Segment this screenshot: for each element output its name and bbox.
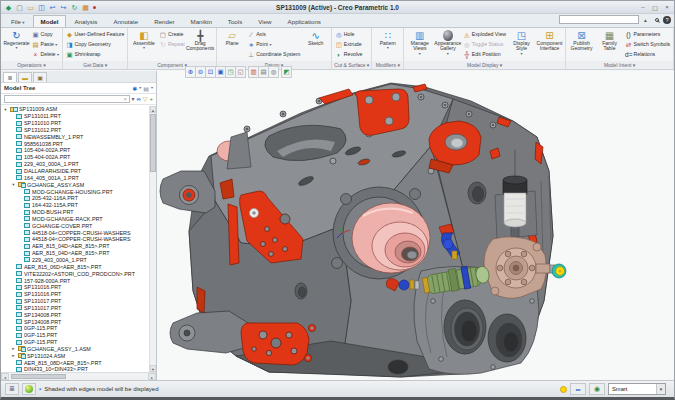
ribbon-family-table-button[interactable]: ▦Family Table xyxy=(596,29,623,52)
ribbon-group-label-operations[interactable]: Operations ▾ xyxy=(1,61,62,69)
tree-item-vite32202-astori-cod-prodcon-prt[interactable]: VITE32202<ASTORI_COD_PRODCON>.PRT xyxy=(1,270,156,277)
ribbon-copy-geometry-button[interactable]: ◨Copy Geometry xyxy=(65,39,125,49)
tree-item-164-405-001a-1-prt[interactable]: 164_405_001A_1.PRT xyxy=(1,174,156,181)
ribbon-repeat-button[interactable]: ↻Repeat xyxy=(158,39,185,49)
find-in-model-button[interactable]: ∞ xyxy=(570,383,586,395)
tree-item-164-432-115a-prt[interactable]: 164-432-115A.PRT xyxy=(1,202,156,209)
ribbon-pattern-button[interactable]: ∷Pattern▾ xyxy=(374,29,401,51)
ribbon-manage-views-button[interactable]: ▥Manage Views▾ xyxy=(406,29,433,56)
favorites-tab[interactable]: ▣ xyxy=(33,72,47,82)
tab-tools[interactable]: Tools xyxy=(220,15,250,27)
tree-horizontal-scrollbar[interactable]: ◂ ▸ xyxy=(1,372,156,380)
tree-item-105-404-002a-prt[interactable]: 105-404-002A.PRT xyxy=(1,154,156,161)
ribbon-group-label-model-display[interactable]: Model Display ▾ xyxy=(404,61,565,69)
scroll-up-icon[interactable]: ▲ xyxy=(150,106,156,113)
ribbon-create-button[interactable]: ▢Create xyxy=(158,29,185,39)
ribbon-point-button[interactable]: ∗Point▾ xyxy=(247,39,302,49)
filter-dropdown-icon[interactable]: ▾ xyxy=(132,95,135,103)
ribbon-plane-button[interactable]: ▱Plane xyxy=(219,29,246,46)
ribbon-user-defined-feature-button[interactable]: ◆User-Defined Feature xyxy=(65,29,125,39)
tree-expander-icon[interactable]: ▾ xyxy=(11,182,16,187)
add-filter-icon[interactable]: + xyxy=(149,95,153,103)
new-icon[interactable]: ▢ xyxy=(15,4,24,11)
tree-item-mod-gchange-rack-prt[interactable]: MOD-GCHANGE-RACK.PRT xyxy=(1,216,156,223)
chevron-down-icon[interactable]: ▾ xyxy=(139,85,141,92)
datum-display-toggle-button[interactable] xyxy=(22,383,36,395)
tab-annotate[interactable]: Annotate xyxy=(105,15,146,27)
ribbon-extrude-button[interactable]: ◫Extrude xyxy=(334,39,363,49)
scroll-down-icon[interactable]: ▼ xyxy=(150,365,156,372)
tree-item-gchange-assy-1-asm[interactable]: ▸GCHANGE_ASSY_1.ASM xyxy=(1,346,156,353)
perspective-view-button[interactable]: ◩ xyxy=(281,66,292,78)
tree-expander-icon[interactable]: ▸ xyxy=(11,346,16,351)
chevron-down-icon[interactable]: ▾ xyxy=(151,85,153,92)
tree-item-sp131010-prt[interactable]: SP131010.PRT xyxy=(1,120,156,127)
tab-view[interactable]: View xyxy=(250,15,279,27)
save-icon[interactable]: ◫ xyxy=(37,4,46,11)
filter-icon[interactable]: ▽ xyxy=(143,95,148,103)
tree-item-sp131011-prt[interactable]: SP131011.PRT xyxy=(1,113,156,120)
tab-render[interactable]: Render xyxy=(146,15,182,27)
ribbon-shrinkwrap-button[interactable]: ▣Shrinkwrap xyxy=(65,49,125,59)
ribbon-sketch-button[interactable]: ∿Sketch xyxy=(302,29,329,46)
tab-file[interactable]: File ▾ xyxy=(3,15,33,27)
tree-item-sp131012-prt[interactable]: SP131012.PRT xyxy=(1,127,156,134)
ribbon-group-label-model-intent[interactable]: Model Intent ▾ xyxy=(566,61,673,69)
tree-item-205-432-116a-prt[interactable]: 205-432-116A.PRT xyxy=(1,195,156,202)
ribbon-parameters-button[interactable]: ()Parameters xyxy=(624,29,671,39)
tree-item-gchange-cover-prt[interactable]: GCHANGE-COVER.PRT xyxy=(1,222,156,229)
tree-item-sp131016-prt[interactable]: SP131016.PRT xyxy=(1,284,156,291)
command-search-input[interactable] xyxy=(559,15,639,24)
open-icon[interactable]: ▭ xyxy=(26,4,35,11)
tree-item-157-928-000a-prt[interactable]: 157-928-000A.PRT xyxy=(1,277,156,284)
model-tree-toggle-button[interactable]: ≣ xyxy=(5,383,19,395)
help-button[interactable]: ? xyxy=(663,16,671,24)
folder-browser-tab[interactable]: ▬ xyxy=(18,72,32,82)
model-tree-tab[interactable]: ≣ xyxy=(3,72,17,82)
tree-expander-icon[interactable]: ▾ xyxy=(3,107,8,112)
ribbon-component-interface-button[interactable]: ⊞Component Interface xyxy=(536,29,563,52)
tree-item-newassembly-1-prt[interactable]: NEWASSEMBLY_1.PRT xyxy=(1,133,156,140)
tree-vertical-scrollbar[interactable]: ▲ ▼ xyxy=(149,106,156,372)
app-icon[interactable]: ◆ xyxy=(4,4,13,11)
tree-item-229-403-000a-1-prt[interactable]: 229_403_000A_1.PRT xyxy=(1,257,156,264)
ribbon-exploded-view-button[interactable]: ◬Exploded View xyxy=(462,29,507,39)
regenerate-icon[interactable]: ↻ xyxy=(70,4,79,11)
tree-filter-input[interactable]: × xyxy=(4,95,130,103)
maximize-button[interactable]: ▢ xyxy=(651,4,659,11)
minimize-button[interactable]: – xyxy=(639,4,647,11)
tree-item-mod-bush-prt[interactable]: MOD-BUSH.PRT xyxy=(1,209,156,216)
scrollbar-thumb[interactable] xyxy=(11,374,66,379)
model-part-sensor[interactable] xyxy=(552,264,566,278)
ribbon-hole-button[interactable]: ◎Hole xyxy=(334,29,363,39)
tree-item-aer-815-08d-aer-815-prt[interactable]: AER_815_08D<AER_815>.PRT xyxy=(1,359,156,366)
tab-model[interactable]: Model xyxy=(33,15,67,27)
redo-icon[interactable]: ↪ xyxy=(59,4,68,11)
ribbon-drag-components-button[interactable]: ╋Drag Components xyxy=(187,29,214,52)
search-button[interactable] xyxy=(652,15,661,24)
scroll-right-icon[interactable]: ▸ xyxy=(148,373,156,380)
ribbon-switch-symbols-button[interactable]: ⇄Switch Symbols xyxy=(624,39,671,49)
undo-icon[interactable]: ↩ xyxy=(48,4,57,11)
ribbon-edit-position-button[interactable]: ╬Edit Position xyxy=(462,49,507,59)
tree-item-958561038-prt[interactable]: 958561038.PRT xyxy=(1,140,156,147)
tree-item-44518-04-copper-crush-washers[interactable]: 44518-04<COPPER-CRUSH-WASHERS xyxy=(1,229,156,236)
ribbon-relations-button[interactable]: d=Relations xyxy=(624,49,671,59)
tree-item-0gp-115-prt[interactable]: 0GP-115.PRT xyxy=(1,339,156,346)
selection-filter-dropdown[interactable]: Smart ▼ xyxy=(608,383,666,395)
ribbon-revolve-button[interactable]: ◗Revolve xyxy=(334,49,363,59)
tree-item-dallararhside-prt[interactable]: DALLARARHSIDE.PRT xyxy=(1,168,156,175)
tree-item-aer-815-06d-aer-815-prt[interactable]: AER_815_06D<AER_815>.PRT xyxy=(1,263,156,270)
clear-filter-icon[interactable]: × xyxy=(124,96,127,102)
tree-item-105-404-002a-prt[interactable]: 105-404-002A.PRT xyxy=(1,147,156,154)
tree-columns-icon[interactable]: ▤ xyxy=(143,85,149,92)
tree-item-aer-815-04d-aer-815-prt[interactable]: AER_815_04D<AER_815>.PRT xyxy=(1,250,156,257)
ribbon-group-label-get-data[interactable]: Get Data ▾ xyxy=(63,61,127,69)
model-3d-view[interactable] xyxy=(157,71,675,384)
tab-manikin[interactable]: Manikin xyxy=(183,15,220,27)
tab-analysis[interactable]: Analysis xyxy=(66,15,105,27)
ribbon-minimize-button[interactable]: ▴ xyxy=(641,15,650,24)
find-icon[interactable]: ∞ xyxy=(137,95,141,103)
ribbon-appearance-gallery-button[interactable]: Appearance Gallery▾ xyxy=(434,29,461,56)
ribbon-publish-geometry-button[interactable]: ⊠Publish Geometry xyxy=(568,29,595,52)
